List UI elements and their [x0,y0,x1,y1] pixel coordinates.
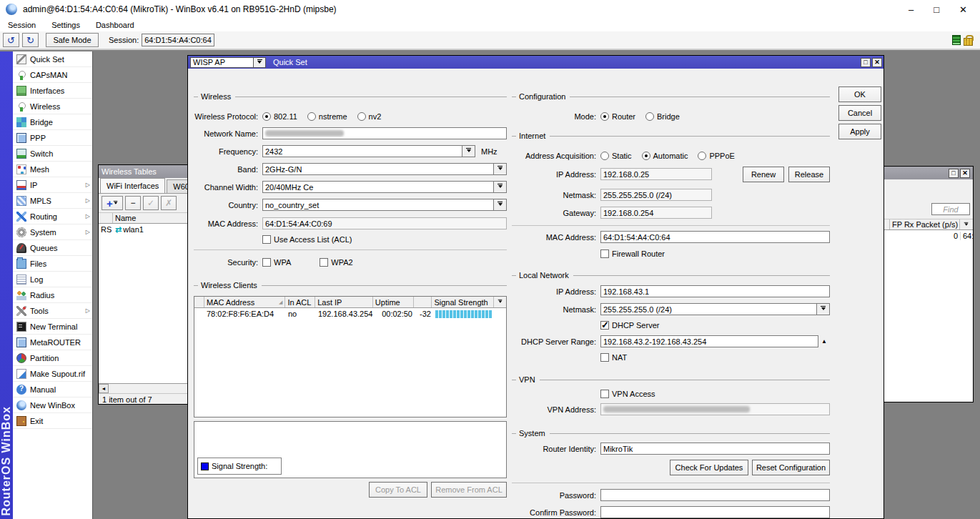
channel-width-input[interactable]: 20/40MHz Ce [262,181,494,193]
lastip-column-header[interactable]: Last IP [315,297,373,307]
reset-configuration-button[interactable]: Reset Configuration [752,460,830,475]
channel-width-dropdown-button[interactable] [494,181,507,193]
sidebar-item-partition[interactable]: Partition [13,350,92,366]
sidebar-item-queues[interactable]: Queues [13,240,92,256]
radio-80211[interactable] [262,112,271,121]
sidebar-item-bridge[interactable]: Bridge [13,114,92,130]
find-input[interactable]: Find [931,203,970,215]
lan-netmask-input[interactable]: 255.255.255.0 (/24) [600,303,817,315]
tab-wifi-interfaces[interactable]: WiFi Interfaces [100,178,165,193]
menu-dashboard[interactable]: Dashboard [88,19,142,31]
disable-button[interactable]: ✗ [161,196,177,210]
radio-static[interactable] [600,152,609,160]
preset-combo[interactable]: WISP AP [190,57,266,68]
undo-button[interactable]: ↺ [3,33,19,47]
session-field[interactable]: 64:D1:54:A4:C0:64 [142,34,214,46]
sidebar-item-make-supout-rif[interactable]: Make Supout.rif [13,366,92,382]
scroll-left-icon[interactable]: ◄ [99,384,109,393]
sidebar-item-mpls[interactable]: MPLS▷ [13,193,92,209]
column-selector-button[interactable] [960,219,972,229]
add-button[interactable]: + [102,196,123,210]
menu-session[interactable]: Session [0,19,44,31]
country-input[interactable]: no_country_set [262,199,494,211]
router-identity-input[interactable]: MikroTik [600,443,830,455]
dbm-column-header[interactable] [414,297,432,307]
maximize-icon[interactable]: □ [949,169,959,178]
cancel-button[interactable]: Cancel [838,105,881,121]
mac-column-header[interactable]: MAC Address◢ [204,297,285,307]
maximize-button[interactable]: □ [934,4,939,15]
preset-dropdown-button[interactable] [254,57,266,68]
dhcp-server-checkbox[interactable] [600,321,609,330]
close-icon[interactable]: ✕ [872,58,882,67]
wpa2-checkbox[interactable] [320,258,328,267]
nat-checkbox[interactable] [600,353,609,362]
sidebar-item-system[interactable]: System▷ [13,224,92,240]
close-icon[interactable]: ✕ [960,169,970,178]
sidebar-item-quick-set[interactable]: Quick Set [13,51,92,67]
client-row[interactable]: 78:02:F8:F6:EA:D4 no 192.168.43.254 00:0… [194,308,506,320]
radio-pppoe[interactable] [698,152,706,160]
sidebar-item-new-winbox[interactable]: New WinBox [13,397,92,413]
radio-nstreme[interactable] [307,112,316,121]
network-name-input[interactable] [262,127,507,139]
frequency-dropdown-button[interactable] [462,145,475,157]
sidebar-item-manual[interactable]: Manual [13,382,92,397]
column-selector-button[interactable] [494,297,506,307]
dhcp-range-input[interactable]: 192.168.43.2-192.168.43.254 [600,335,818,347]
signal-column-header[interactable]: Signal Strength [432,297,494,307]
minimize-button[interactable]: – [909,4,914,15]
band-input[interactable]: 2GHz-G/N [262,163,494,175]
safe-mode-button[interactable]: Safe Mode [46,33,99,47]
check-for-updates-button[interactable]: Check For Updates [670,460,748,475]
frequency-input[interactable]: 2432 [262,145,462,157]
maximize-icon[interactable]: □ [861,58,871,67]
release-button[interactable]: Release [788,167,830,182]
firewall-router-checkbox[interactable] [600,249,609,258]
sidebar-item-log[interactable]: Log [13,272,92,287]
uptime-column-header[interactable]: Uptime [373,297,414,307]
wpa-checkbox[interactable] [262,258,271,267]
remove-button[interactable]: − [125,196,141,210]
remove-from-acl-button[interactable]: Remove From ACL [431,482,507,498]
sidebar-item-tools[interactable]: Tools▷ [13,303,92,319]
sidebar-item-radius[interactable]: Radius [13,287,92,303]
password-input[interactable] [600,489,830,501]
enable-button[interactable]: ✓ [143,196,159,210]
menu-settings[interactable]: Settings [44,19,88,31]
sidebar-item-capsman[interactable]: CAPsMAN [13,67,92,83]
sidebar-item-new-terminal[interactable]: New Terminal [13,319,92,335]
sidebar-item-mesh[interactable]: Mesh [13,162,92,177]
sidebar-item-metarouter[interactable]: MetaROUTER [13,335,92,350]
copy-to-acl-button[interactable]: Copy To ACL [369,482,427,498]
sidebar-item-interfaces[interactable]: Interfaces [13,83,92,99]
band-dropdown-button[interactable] [494,163,507,175]
radio-router[interactable] [600,112,609,121]
renew-button[interactable]: Renew [743,167,784,182]
sidebar-item-ppp[interactable]: PPP [13,130,92,146]
sidebar-item-ip[interactable]: IP▷ [13,177,92,193]
close-button[interactable]: ✕ [959,4,967,15]
radio-bridge[interactable] [645,112,654,121]
inacl-column-header[interactable]: In ACL [285,297,315,307]
preset-value[interactable]: WISP AP [190,57,254,68]
quick-set-titlebar[interactable]: WISP AP Quick Set □ ✕ [188,56,884,69]
sidebar-item-files[interactable]: Files [13,256,92,272]
sidebar-item-exit[interactable]: Exit [13,413,92,429]
wan-mac-input[interactable]: 64:D1:54:A4:C0:64 [600,231,830,243]
lan-netmask-dropdown-button[interactable] [817,303,830,315]
sidebar-item-routing[interactable]: Routing▷ [13,209,92,224]
apply-button[interactable]: Apply [838,124,881,139]
redo-button[interactable]: ↻ [22,33,39,47]
flags-column-header[interactable] [99,213,113,223]
lan-ip-input[interactable]: 192.168.43.1 [600,285,830,297]
sidebar-item-wireless[interactable]: Wireless [13,99,92,114]
confirm-password-input[interactable] [600,506,830,518]
radio-nv2[interactable] [357,112,366,121]
use-acl-checkbox[interactable] [262,235,271,244]
collapse-arrow-icon[interactable]: ▲ [821,338,827,345]
country-dropdown-button[interactable] [494,199,507,211]
sidebar-item-switch[interactable]: Switch [13,146,92,162]
radio-automatic[interactable] [642,152,650,160]
fp-rx-column-header[interactable]: FP Rx Packet (p/s) [890,219,960,229]
